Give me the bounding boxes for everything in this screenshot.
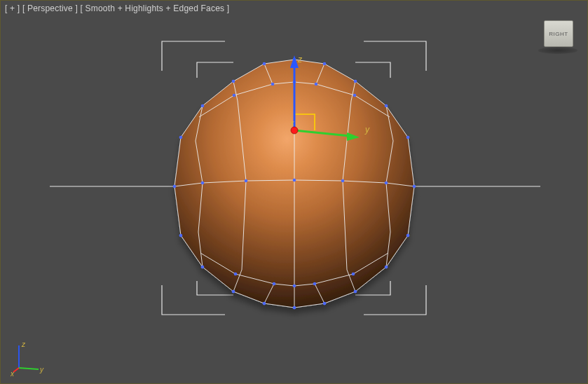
svg-point-21 <box>352 273 355 276</box>
gizmo-axis-z-label: z <box>297 55 303 64</box>
gizmo-axis-y-label: y <box>364 125 370 135</box>
svg-point-17 <box>385 181 388 185</box>
svg-point-29 <box>385 266 388 269</box>
axis-indicator-z-label: z <box>21 341 26 348</box>
axis-indicator-x <box>13 368 19 372</box>
svg-point-9 <box>413 185 416 188</box>
gizmo-pivot[interactable] <box>291 127 298 134</box>
svg-point-10 <box>293 306 296 310</box>
axis-indicator-y <box>19 368 39 369</box>
svg-point-8 <box>173 185 177 188</box>
svg-point-14 <box>245 179 248 183</box>
svg-point-20 <box>234 273 238 276</box>
svg-point-37 <box>323 302 327 306</box>
svg-point-22 <box>271 83 275 86</box>
svg-point-28 <box>201 266 205 269</box>
svg-point-26 <box>201 104 205 108</box>
svg-point-40 <box>179 234 183 238</box>
viewport[interactable]: [ + ] [ Perspective ] [ Smooth + Highlig… <box>0 0 588 384</box>
svg-point-19 <box>353 94 357 97</box>
svg-point-39 <box>406 136 410 139</box>
svg-point-33 <box>354 290 357 294</box>
svg-point-41 <box>406 234 410 238</box>
svg-point-32 <box>232 290 235 294</box>
svg-point-31 <box>354 80 357 83</box>
svg-point-30 <box>232 80 235 83</box>
svg-point-13 <box>293 284 296 288</box>
viewport-canvas[interactable]: x y z <box>1 1 588 384</box>
svg-point-27 <box>385 104 388 108</box>
svg-point-16 <box>201 181 205 185</box>
gizmo-axis-x-label: x <box>289 118 294 127</box>
svg-point-25 <box>313 282 317 286</box>
svg-point-34 <box>263 62 266 66</box>
svg-point-35 <box>323 62 327 66</box>
svg-point-12 <box>293 179 296 182</box>
svg-point-36 <box>263 302 266 306</box>
svg-point-24 <box>273 282 276 286</box>
svg-point-18 <box>233 94 236 97</box>
axis-indicator-y-label: y <box>39 366 44 373</box>
world-axis-indicator: z x y <box>11 340 47 376</box>
svg-point-38 <box>179 136 183 139</box>
svg-point-15 <box>341 179 345 183</box>
svg-point-23 <box>315 83 318 86</box>
